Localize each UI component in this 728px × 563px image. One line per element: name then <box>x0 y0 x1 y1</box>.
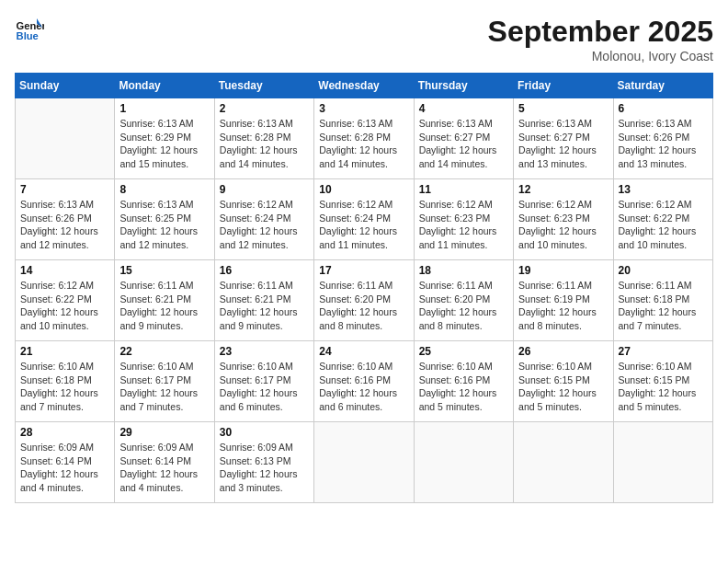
day-info: Sunrise: 6:10 AM Sunset: 6:15 PM Dayligh… <box>518 360 608 414</box>
calendar-cell: 29Sunrise: 6:09 AM Sunset: 6:14 PM Dayli… <box>115 422 214 503</box>
calendar-cell: 20Sunrise: 6:11 AM Sunset: 6:18 PM Dayli… <box>613 260 712 341</box>
calendar-cell: 28Sunrise: 6:09 AM Sunset: 6:14 PM Dayli… <box>16 422 115 503</box>
week-row-2: 7Sunrise: 6:13 AM Sunset: 6:26 PM Daylig… <box>16 179 713 260</box>
location: Molonou, Ivory Coast <box>488 49 713 63</box>
day-number: 25 <box>419 345 508 358</box>
calendar-cell: 2Sunrise: 6:13 AM Sunset: 6:28 PM Daylig… <box>214 98 313 179</box>
calendar-cell: 26Sunrise: 6:10 AM Sunset: 6:15 PM Dayli… <box>514 341 613 422</box>
day-info: Sunrise: 6:10 AM Sunset: 6:16 PM Dayligh… <box>419 360 508 414</box>
day-number: 20 <box>619 264 708 277</box>
day-number: 11 <box>419 183 508 196</box>
calendar-cell <box>514 422 613 503</box>
day-info: Sunrise: 6:11 AM Sunset: 6:20 PM Dayligh… <box>319 279 408 333</box>
day-number: 15 <box>119 264 209 277</box>
weekday-header-sunday: Sunday <box>16 74 115 98</box>
calendar-table: SundayMondayTuesdayWednesdayThursdayFrid… <box>15 73 713 503</box>
day-number: 1 <box>119 102 209 115</box>
calendar-cell: 17Sunrise: 6:11 AM Sunset: 6:20 PM Dayli… <box>314 260 414 341</box>
calendar-cell <box>16 98 115 179</box>
weekday-header-friday: Friday <box>514 74 613 98</box>
calendar-cell: 13Sunrise: 6:12 AM Sunset: 6:22 PM Dayli… <box>613 179 712 260</box>
weekday-header-saturday: Saturday <box>613 74 712 98</box>
day-number: 27 <box>619 345 708 358</box>
weekday-header-wednesday: Wednesday <box>314 74 414 98</box>
day-number: 2 <box>220 102 309 115</box>
day-number: 9 <box>220 183 309 196</box>
day-info: Sunrise: 6:13 AM Sunset: 6:29 PM Dayligh… <box>119 117 209 171</box>
day-number: 29 <box>119 426 209 439</box>
day-info: Sunrise: 6:10 AM Sunset: 6:18 PM Dayligh… <box>20 360 109 414</box>
day-info: Sunrise: 6:11 AM Sunset: 6:20 PM Dayligh… <box>419 279 508 333</box>
calendar-cell: 10Sunrise: 6:12 AM Sunset: 6:24 PM Dayli… <box>314 179 414 260</box>
day-number: 10 <box>319 183 408 196</box>
day-info: Sunrise: 6:13 AM Sunset: 6:26 PM Dayligh… <box>619 117 708 171</box>
day-info: Sunrise: 6:12 AM Sunset: 6:24 PM Dayligh… <box>319 198 408 252</box>
day-number: 17 <box>319 264 408 277</box>
day-info: Sunrise: 6:09 AM Sunset: 6:13 PM Dayligh… <box>220 441 309 495</box>
day-info: Sunrise: 6:12 AM Sunset: 6:23 PM Dayligh… <box>419 198 508 252</box>
day-info: Sunrise: 6:13 AM Sunset: 6:27 PM Dayligh… <box>419 117 508 171</box>
calendar-cell: 4Sunrise: 6:13 AM Sunset: 6:27 PM Daylig… <box>414 98 513 179</box>
day-info: Sunrise: 6:12 AM Sunset: 6:23 PM Dayligh… <box>518 198 608 252</box>
calendar-cell: 23Sunrise: 6:10 AM Sunset: 6:17 PM Dayli… <box>214 341 313 422</box>
calendar-cell <box>613 422 712 503</box>
day-number: 23 <box>220 345 309 358</box>
calendar-cell: 19Sunrise: 6:11 AM Sunset: 6:19 PM Dayli… <box>514 260 613 341</box>
day-number: 24 <box>319 345 408 358</box>
day-number: 14 <box>20 264 109 277</box>
calendar-cell <box>314 422 414 503</box>
day-info: Sunrise: 6:13 AM Sunset: 6:28 PM Dayligh… <box>319 117 408 171</box>
weekday-header-thursday: Thursday <box>414 74 513 98</box>
day-info: Sunrise: 6:13 AM Sunset: 6:28 PM Dayligh… <box>220 117 309 171</box>
calendar-cell: 8Sunrise: 6:13 AM Sunset: 6:25 PM Daylig… <box>115 179 214 260</box>
calendar-cell: 30Sunrise: 6:09 AM Sunset: 6:13 PM Dayli… <box>214 422 313 503</box>
day-info: Sunrise: 6:10 AM Sunset: 6:17 PM Dayligh… <box>119 360 209 414</box>
calendar-cell: 5Sunrise: 6:13 AM Sunset: 6:27 PM Daylig… <box>514 98 613 179</box>
page-header: General Blue September 2025 Molonou, Ivo… <box>15 15 713 63</box>
day-info: Sunrise: 6:10 AM Sunset: 6:17 PM Dayligh… <box>220 360 309 414</box>
logo-icon: General Blue <box>15 15 44 44</box>
calendar-cell: 3Sunrise: 6:13 AM Sunset: 6:28 PM Daylig… <box>314 98 414 179</box>
day-info: Sunrise: 6:12 AM Sunset: 6:24 PM Dayligh… <box>220 198 309 252</box>
day-info: Sunrise: 6:09 AM Sunset: 6:14 PM Dayligh… <box>119 441 209 495</box>
day-number: 4 <box>419 102 508 115</box>
day-info: Sunrise: 6:11 AM Sunset: 6:21 PM Dayligh… <box>220 279 309 333</box>
day-info: Sunrise: 6:10 AM Sunset: 6:15 PM Dayligh… <box>619 360 708 414</box>
calendar-cell: 6Sunrise: 6:13 AM Sunset: 6:26 PM Daylig… <box>613 98 712 179</box>
week-row-4: 21Sunrise: 6:10 AM Sunset: 6:18 PM Dayli… <box>16 341 713 422</box>
week-row-3: 14Sunrise: 6:12 AM Sunset: 6:22 PM Dayli… <box>16 260 713 341</box>
calendar-cell: 14Sunrise: 6:12 AM Sunset: 6:22 PM Dayli… <box>16 260 115 341</box>
calendar-cell: 15Sunrise: 6:11 AM Sunset: 6:21 PM Dayli… <box>115 260 214 341</box>
calendar-cell: 9Sunrise: 6:12 AM Sunset: 6:24 PM Daylig… <box>214 179 313 260</box>
day-info: Sunrise: 6:13 AM Sunset: 6:26 PM Dayligh… <box>20 198 109 252</box>
day-number: 7 <box>20 183 109 196</box>
week-row-5: 28Sunrise: 6:09 AM Sunset: 6:14 PM Dayli… <box>16 422 713 503</box>
calendar-cell: 18Sunrise: 6:11 AM Sunset: 6:20 PM Dayli… <box>414 260 513 341</box>
weekday-header-tuesday: Tuesday <box>214 74 313 98</box>
calendar-cell: 1Sunrise: 6:13 AM Sunset: 6:29 PM Daylig… <box>115 98 214 179</box>
day-number: 22 <box>119 345 209 358</box>
svg-text:Blue: Blue <box>17 30 39 41</box>
calendar-cell: 21Sunrise: 6:10 AM Sunset: 6:18 PM Dayli… <box>16 341 115 422</box>
calendar-cell: 27Sunrise: 6:10 AM Sunset: 6:15 PM Dayli… <box>613 341 712 422</box>
weekday-header-row: SundayMondayTuesdayWednesdayThursdayFrid… <box>16 74 713 98</box>
day-info: Sunrise: 6:11 AM Sunset: 6:18 PM Dayligh… <box>619 279 708 333</box>
day-info: Sunrise: 6:13 AM Sunset: 6:27 PM Dayligh… <box>518 117 608 171</box>
calendar-cell: 12Sunrise: 6:12 AM Sunset: 6:23 PM Dayli… <box>514 179 613 260</box>
weekday-header-monday: Monday <box>115 74 214 98</box>
day-info: Sunrise: 6:12 AM Sunset: 6:22 PM Dayligh… <box>20 279 109 333</box>
day-info: Sunrise: 6:10 AM Sunset: 6:16 PM Dayligh… <box>319 360 408 414</box>
day-number: 12 <box>518 183 608 196</box>
day-number: 3 <box>319 102 408 115</box>
day-number: 21 <box>20 345 109 358</box>
logo: General Blue <box>15 15 44 44</box>
title-block: September 2025 Molonou, Ivory Coast <box>488 15 713 63</box>
month-title: September 2025 <box>488 15 713 49</box>
calendar-cell <box>414 422 513 503</box>
day-number: 26 <box>518 345 608 358</box>
day-number: 13 <box>619 183 708 196</box>
calendar-cell: 16Sunrise: 6:11 AM Sunset: 6:21 PM Dayli… <box>214 260 313 341</box>
calendar-cell: 22Sunrise: 6:10 AM Sunset: 6:17 PM Dayli… <box>115 341 214 422</box>
day-number: 30 <box>220 426 309 439</box>
day-number: 18 <box>419 264 508 277</box>
